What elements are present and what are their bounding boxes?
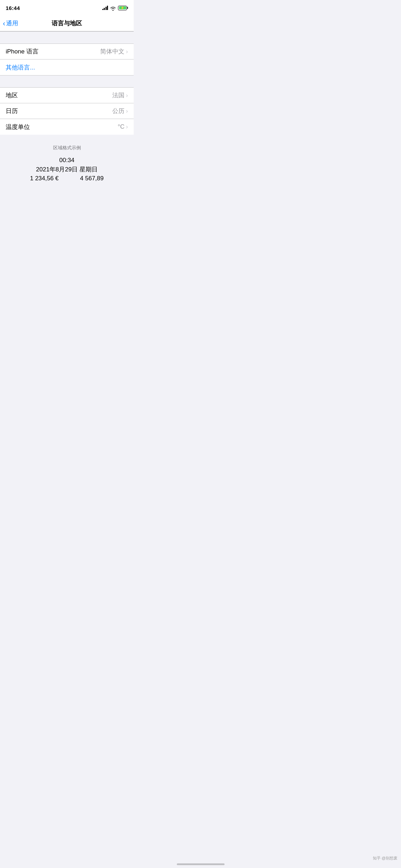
region-value: 法国: [112, 91, 124, 99]
wifi-icon: [110, 6, 116, 10]
temperature-value-wrapper: °C ›: [118, 123, 128, 130]
temperature-label: 温度单位: [6, 123, 30, 131]
region-row[interactable]: 地区 法国 ›: [0, 88, 134, 103]
calendar-row[interactable]: 日历 公历 ›: [0, 103, 134, 119]
temperature-row[interactable]: 温度单位 °C ›: [0, 119, 134, 135]
back-chevron-icon: ‹: [3, 20, 5, 27]
status-bar: 16:44 ⚡: [0, 0, 134, 16]
region-label: 地区: [6, 91, 18, 99]
back-label: 通用: [6, 19, 18, 27]
status-icons: ⚡: [102, 6, 128, 10]
middle-section-gap: [0, 75, 134, 88]
region-value-wrapper: 法国 ›: [112, 91, 128, 99]
temperature-value: °C: [118, 123, 124, 130]
example-number2: 4 567,89: [80, 175, 104, 182]
example-title: 区域格式示例: [6, 145, 128, 151]
bottom-area: [0, 189, 134, 289]
example-number1: 1 234,56 €: [30, 175, 58, 182]
nav-bar: ‹ 通用 语言与地区: [0, 16, 134, 31]
iphone-language-value: 简体中文: [100, 47, 124, 56]
iphone-language-label: iPhone 语言: [6, 47, 38, 56]
top-section-gap: [0, 31, 134, 44]
battery-icon: ⚡: [118, 6, 128, 10]
signal-icon: [102, 6, 108, 10]
chevron-right-icon: ›: [126, 92, 128, 99]
region-group: 地区 法国 › 日历 公历 › 温度单位 °C ›: [0, 88, 134, 135]
chevron-right-icon: ›: [126, 48, 128, 55]
back-button[interactable]: ‹ 通用: [3, 19, 18, 27]
page-title: 语言与地区: [52, 19, 82, 27]
iphone-language-value-wrapper: 简体中文 ›: [100, 47, 128, 56]
status-time: 16:44: [6, 5, 20, 11]
example-date: 2021年8月29日 星期日: [6, 165, 128, 174]
example-section: 区域格式示例 00:34 2021年8月29日 星期日 1 234,56 € 4…: [0, 135, 134, 189]
other-languages-label[interactable]: 其他语言...: [6, 63, 35, 72]
chevron-right-icon: ›: [126, 108, 128, 115]
calendar-value: 公历: [112, 107, 124, 115]
example-time: 00:34: [6, 157, 128, 164]
chevron-right-icon: ›: [126, 123, 128, 130]
language-group: iPhone 语言 简体中文 › 其他语言...: [0, 44, 134, 75]
example-numbers: 1 234,56 € 4 567,89: [6, 175, 128, 182]
iphone-language-row[interactable]: iPhone 语言 简体中文 ›: [0, 44, 134, 60]
calendar-label: 日历: [6, 107, 18, 115]
calendar-value-wrapper: 公历 ›: [112, 107, 128, 115]
other-languages-row[interactable]: 其他语言...: [0, 60, 134, 75]
